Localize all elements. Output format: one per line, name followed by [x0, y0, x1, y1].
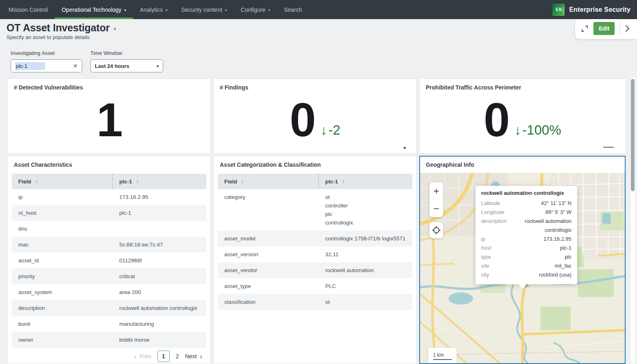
sort-icon[interactable]: ↕: [342, 179, 345, 184]
panel-title: Prohibited Traffic Across Perimeter: [420, 79, 625, 91]
app-name: Enterprise Security: [569, 6, 630, 13]
chevron-right-icon[interactable]: [625, 25, 630, 32]
field-value: ot controller plc controllogix: [325, 189, 355, 231]
field-name: asset_type: [224, 278, 253, 294]
kpi-delta-value: -2: [328, 122, 340, 138]
table-row[interactable]: owner bobbi morse: [12, 332, 206, 348]
panel-findings: # Findings 0 ↓ -2: [213, 78, 417, 154]
field-value: [119, 225, 122, 233]
field-value: PLC: [325, 278, 338, 294]
panel-geographical-info: Geographical Info: [419, 156, 626, 364]
nav-item-configure[interactable]: Configure ▾: [234, 0, 277, 19]
panel-title: Asset Characteristics: [8, 156, 210, 168]
tooltip-value: plc: [565, 253, 571, 262]
sort-icon[interactable]: ↕: [35, 179, 38, 184]
column-header[interactable]: Field: [224, 179, 237, 185]
scrollbar-thumb[interactable]: [631, 79, 635, 191]
sort-icon[interactable]: ↕: [136, 179, 139, 184]
tooltip-key: site: [481, 262, 489, 270]
pagination: ‹ Prev 1 2 Next ›: [134, 351, 202, 362]
vertical-scrollbar[interactable]: [630, 77, 636, 364]
tooltip-value: plc-1: [560, 244, 571, 253]
field-value: area 200: [119, 284, 143, 300]
field-name: mac: [18, 237, 31, 253]
field-name: owner: [18, 332, 36, 348]
tooltip-key: host: [481, 244, 491, 253]
field-value: 173.16.2.95: [119, 189, 151, 205]
table-row[interactable]: mac 5c:88:16:ee:7c:47: [12, 237, 206, 253]
table-row[interactable]: asset_type PLC: [218, 278, 412, 294]
dashboard-toolbar: Edit: [575, 18, 637, 39]
page-2-button[interactable]: 2: [176, 353, 179, 360]
panel-asset-characteristics: Asset Characteristics Field ↕ plc-1 ↕ ip…: [7, 156, 211, 364]
logo-text: ES: [556, 7, 561, 12]
table-row[interactable]: ip 173.16.2.95: [12, 189, 206, 205]
nav-item-search[interactable]: Search: [277, 0, 309, 19]
time-window-value: Last 24 hours: [95, 63, 129, 69]
table-row[interactable]: asset_version 32.11: [218, 246, 412, 262]
chevron-down-icon[interactable]: ▾: [114, 24, 116, 32]
column-header[interactable]: Field: [18, 179, 31, 185]
fullscreen-icon[interactable]: [581, 25, 589, 33]
investigating-asset-input[interactable]: plc-1 ✕: [11, 59, 82, 72]
kpi-delta: ↓ -100%: [514, 122, 561, 142]
table-row[interactable]: asset_id 0112968f: [12, 253, 206, 268]
chevron-right-icon: ›: [200, 353, 202, 360]
kpi-delta: ↓ -2: [320, 122, 340, 142]
page-1-button[interactable]: 1: [158, 351, 170, 362]
next-page-button[interactable]: Next ›: [185, 353, 202, 360]
page-title-row: OT Asset Investigator ▾: [7, 22, 116, 34]
table-row[interactable]: nt_host plc-1: [12, 205, 206, 221]
field-name: asset_id: [18, 253, 41, 268]
table-row[interactable]: bunit manufacturing: [12, 316, 206, 332]
table-row[interactable]: priority critical: [12, 268, 206, 284]
column-header[interactable]: plc-1: [119, 179, 132, 185]
field-name: asset_model: [224, 231, 258, 246]
table-row[interactable]: asset_system area 200: [12, 284, 206, 300]
zoom-in-button[interactable]: +: [429, 182, 443, 200]
nav-item-operational-technology[interactable]: Operational Technology ▾: [55, 0, 133, 19]
table-row[interactable]: asset_model controllogix 1756-l71/b logi…: [218, 231, 412, 246]
panel-title: # Detected Vulnerabilities: [8, 79, 210, 91]
time-window-select[interactable]: Last 24 hours ▾: [90, 59, 163, 72]
investigating-asset-label: Investigating Asset: [11, 50, 55, 56]
tooltip-row: Longitude 89° 5' 3" W: [481, 208, 571, 217]
tooltip-value: mil_fac: [555, 262, 571, 270]
table-row[interactable]: category ot controller plc controllogix: [218, 189, 412, 231]
table-row[interactable]: description rockwell automation controll…: [12, 300, 206, 316]
field-name: nt_host: [18, 205, 39, 221]
nav-item-security-content[interactable]: Security content ▾: [174, 0, 234, 19]
field-name: bunit: [18, 316, 33, 332]
arrow-down-icon: ↓: [514, 122, 521, 138]
prev-label: Prev: [140, 353, 151, 360]
table-row[interactable]: classification ot: [218, 294, 412, 310]
next-label: Next: [185, 353, 197, 360]
field-name: description: [18, 300, 47, 316]
nav-label: Configure: [241, 7, 265, 13]
prev-page-button[interactable]: ‹ Prev: [134, 353, 151, 360]
tooltip-row: city rockford (usa): [481, 270, 571, 279]
column-header[interactable]: plc-1: [325, 179, 338, 185]
locate-crosshair-icon[interactable]: [429, 222, 443, 238]
toolbar-divider: [619, 22, 620, 35]
map-canvas[interactable]: + − rockwell automation controllogix Lat…: [420, 172, 625, 363]
sort-icon[interactable]: ↕: [241, 179, 244, 184]
nav-item-analytics[interactable]: Analytics ▾: [133, 0, 175, 19]
table-row[interactable]: asset_vendor rockwell automation: [218, 262, 412, 278]
kpi-value: 1: [96, 98, 122, 142]
asset-characteristics-table: Field ↕ plc-1 ↕ ip 173.16.2.95 nt_host p…: [12, 174, 206, 348]
chevron-down-icon: ▾: [225, 7, 227, 12]
nav-label: Security content: [181, 7, 222, 13]
kpi-value: 0: [484, 98, 509, 142]
nav-items: Mission Control Operational Technology ▾…: [0, 0, 309, 19]
zoom-out-button[interactable]: −: [429, 200, 443, 217]
table-row[interactable]: dns: [12, 221, 206, 237]
field-value: 0112968f: [119, 253, 144, 268]
nav-label: Analytics: [140, 7, 163, 13]
close-icon[interactable]: ✕: [73, 63, 78, 69]
nav-item-mission-control[interactable]: Mission Control: [2, 0, 55, 19]
time-window-label: Time Window: [90, 50, 122, 56]
tooltip-value: rockwell automation controllogix: [509, 217, 571, 235]
edit-button[interactable]: Edit: [593, 22, 615, 35]
chevron-down-icon: ▾: [268, 7, 270, 12]
